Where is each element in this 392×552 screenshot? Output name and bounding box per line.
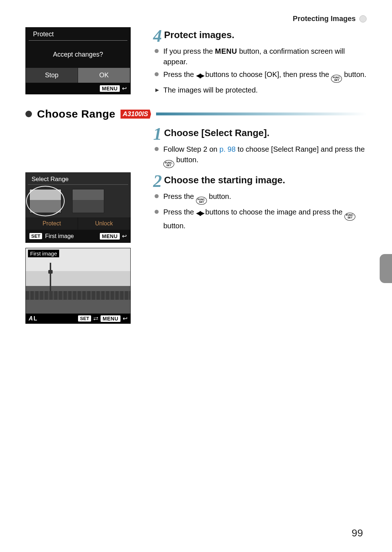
step2-bullet-2: Press the ◀▶ buttons to choose the image… [163, 207, 367, 231]
left-right-icon: ◀▶ [196, 209, 203, 217]
lcd-select-range: Select Range Protect Unlock SET First im… [25, 172, 131, 243]
lcd2-title: Select Range [28, 173, 128, 185]
menu-word-icon: MENU [215, 47, 237, 55]
left-right-icon: ◀▶ [196, 72, 203, 79]
lcd1-stop-button[interactable]: Stop [26, 68, 78, 83]
lcd3-label: First image [28, 250, 59, 257]
lcd1-menu-label: MENU [100, 85, 120, 92]
edge-tab [380, 254, 392, 283]
func-set-icon: FUNC.SET [163, 160, 174, 168]
skyline-icon [26, 291, 130, 300]
func-set-icon: FUNC.SET [331, 75, 342, 83]
section-title: Choose Range [37, 108, 115, 120]
page-link-98[interactable]: p. 98 [220, 145, 236, 153]
return-icon: ↩ [122, 85, 127, 92]
section-bullet-icon [25, 111, 32, 117]
header-dot-icon [359, 15, 367, 23]
thumbnail-selected[interactable] [29, 189, 61, 213]
step4-number: 4 [149, 27, 162, 45]
step4-bullet-3: The images will be protected. [163, 85, 367, 95]
link-icon: ⮂ [93, 316, 98, 322]
return-icon: ↩ [123, 315, 127, 322]
lcd2-unlock-button[interactable]: Unlock [78, 217, 130, 230]
page-number: 99 [352, 527, 363, 539]
lcd-first-image: First image AL SET ⮂ MENU ↩ [25, 248, 131, 324]
set-label: SET [78, 315, 91, 322]
lcd3-menu-label: MENU [101, 315, 121, 322]
page-header: Protecting Images [293, 15, 356, 23]
step2-number: 2 [149, 172, 162, 190]
thumbnail[interactable] [72, 189, 104, 213]
step4-bullet-1: If you press the MENU button, a confirma… [163, 46, 367, 67]
step4-bullet-2: Press the ◀▶ buttons to choose [OK], the… [163, 69, 367, 83]
step2-title: Choose the starting image. [164, 172, 285, 186]
section-choose-range: Choose Range A3100IS [25, 108, 367, 120]
lcd1-ok-button[interactable]: OK [78, 68, 130, 83]
lcd1-message: Accept changes? [26, 41, 130, 68]
step2-bullet-1: Press the FUNC.SET button. [163, 191, 367, 205]
first-image-photo: First image [26, 248, 130, 314]
return-icon: ↩ [122, 233, 127, 240]
quality-icon: AL [29, 315, 37, 322]
step1-bullet-1: Follow Step 2 on p. 98 to choose [Select… [163, 144, 367, 168]
section-rule [156, 113, 367, 115]
step1-number: 1 [149, 125, 162, 143]
step4-title: Protect images. [164, 27, 234, 41]
lcd2-protect-button[interactable]: Protect [26, 217, 78, 230]
step1-title: Choose [Select Range]. [164, 125, 269, 139]
tower-icon [50, 263, 51, 295]
model-badge: A3100IS [121, 110, 151, 119]
set-label: SET [29, 233, 42, 239]
lcd1-title: Protect [29, 28, 127, 41]
func-set-icon: FUNC.SET [196, 197, 207, 205]
lcd2-menu-label: MENU [100, 233, 120, 240]
lcd2-foot-text: First image [45, 233, 74, 240]
lcd-protect-confirm: Protect Accept changes? Stop OK MENU ↩ [25, 27, 131, 94]
func-set-icon: FUNC.SET [344, 213, 355, 221]
